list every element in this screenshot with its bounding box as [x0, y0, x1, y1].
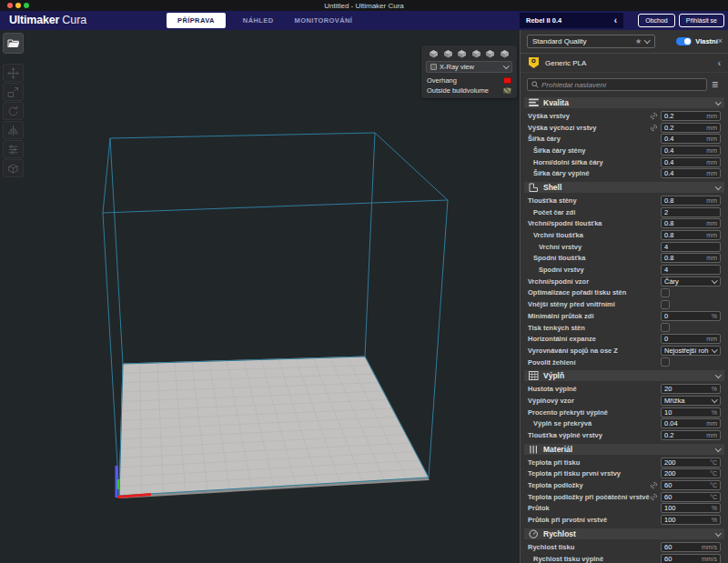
setting-value-field[interactable]: 0.8mm [661, 230, 721, 240]
setting-dropdown[interactable]: Nejostřejší roh [661, 346, 721, 356]
setting-value-field[interactable]: 0.8mm [661, 218, 721, 228]
setting-value-field[interactable]: 0.8mm [661, 253, 721, 263]
setting-value-field[interactable]: 0.2mm [661, 123, 721, 133]
printer-name: Rebel II 0.4 [526, 16, 561, 25]
setting-label: Vnější stěny před vnitřními [521, 300, 661, 308]
adjustment-toolbar [3, 64, 24, 177]
setting-value-field[interactable]: 0mm [661, 334, 721, 344]
view-top-icon[interactable] [457, 49, 467, 58]
setting-value-field[interactable]: 0% [661, 311, 721, 321]
setting-checkbox[interactable] [661, 288, 670, 297]
chevron-down-icon [644, 37, 650, 43]
tab-monitor[interactable]: MONITOROVÁNÍ [291, 16, 357, 25]
tab-preview[interactable]: NÁHLED [239, 16, 278, 25]
close-panel-icon[interactable]: × [718, 37, 723, 45]
setting-dropdown[interactable]: Čáry [661, 276, 721, 287]
signin-button[interactable]: Přihlásit se [679, 14, 724, 27]
setting-row: Horní/dolní šířka čáry0.4mm [521, 156, 728, 168]
setting-value-field[interactable]: 0.2mm [661, 111, 721, 121]
setting-label: Rychlost tisku výplně [521, 555, 661, 563]
setting-value-field[interactable]: 100% [661, 503, 721, 513]
chevron-down-icon [712, 397, 717, 402]
setting-row: Vrchní/spodní tloušťka0.8mm [521, 218, 728, 230]
printer-selector[interactable]: Rebel II 0.4 ‹ [520, 13, 623, 28]
buildvolume-top [103, 133, 448, 213]
setting-value-field[interactable]: 0.4mm [661, 134, 721, 144]
setting-row: Minimální průtok zdi0% [521, 310, 728, 322]
build-plate-3d[interactable] [0, 30, 520, 563]
logo-light: Cura [62, 14, 86, 26]
setting-value-field[interactable]: 0.2mm [661, 430, 721, 440]
setting-checkbox[interactable] [661, 323, 670, 332]
star-icon[interactable]: ★ [635, 38, 642, 45]
search-box[interactable] [527, 78, 707, 91]
rotate-tool[interactable] [3, 102, 24, 120]
setting-value-field[interactable]: 0.4mm [661, 168, 721, 178]
setting-value-field[interactable]: 2 [661, 207, 721, 217]
legend-label: Overhang [427, 76, 503, 85]
setting-value-field[interactable]: 4 [661, 265, 721, 275]
setting-label: Hustota výplně [521, 385, 661, 393]
setting-value-field[interactable]: 60°C [661, 480, 721, 490]
view-left-icon[interactable] [471, 49, 481, 58]
material-selector[interactable]: Generic PLA ‹ [521, 53, 728, 73]
setting-value-field[interactable]: 0.4mm [661, 157, 721, 167]
setting-value-field[interactable]: 60mm/s [661, 542, 721, 552]
mirror-tool[interactable] [3, 121, 24, 139]
section-title: Výplň [543, 371, 564, 380]
settings-filter-icon[interactable]: ≡ [712, 80, 718, 89]
move-tool[interactable] [3, 64, 24, 82]
setting-value-field[interactable]: 200°C [661, 457, 721, 467]
section-header-shell[interactable]: Shell [524, 182, 724, 193]
section-header-material[interactable]: Materiál [524, 444, 724, 455]
app-logo: UltimakerCura [9, 11, 86, 30]
quality-preset-dropdown[interactable]: Standard Quality ★ [527, 35, 655, 48]
setting-value-field[interactable]: 0.8mm [661, 196, 721, 206]
marketplace-button[interactable]: Obchod [638, 14, 675, 27]
setting-label: Procento překrytí výplně [521, 408, 661, 417]
section-header-infill[interactable]: Výplň [524, 370, 724, 381]
view-3d-icon[interactable] [429, 49, 439, 58]
setting-value-field[interactable]: 100% [661, 515, 721, 525]
setting-label: Průtok [521, 504, 661, 512]
search-input[interactable] [541, 81, 703, 89]
print-settings-panel: Standard Quality ★ Vlastní × Generic PLA… [520, 30, 728, 563]
view-right-icon[interactable] [485, 49, 495, 58]
legend-swatch [503, 87, 511, 94]
setting-value-field[interactable]: 4 [661, 242, 721, 252]
app-window: Untitled - Ultimaker Cura UltimakerCura … [0, 0, 728, 563]
view-bottom-icon[interactable] [500, 49, 510, 58]
setting-value-field[interactable]: 60mm/s [661, 554, 721, 563]
setting-checkbox[interactable] [661, 300, 670, 309]
setting-dropdown[interactable]: Mřížka [661, 396, 721, 406]
setting-row: Vrchní vrstvy4 [521, 241, 728, 253]
open-file-button[interactable] [3, 33, 24, 54]
setting-row: Průtok100% [521, 503, 728, 515]
tab-prepare[interactable]: PŘÍPRAVA [167, 13, 226, 28]
section-title: Materiál [543, 445, 572, 454]
setting-row: Průtok při prvotní vrstvě100% [521, 514, 728, 526]
setting-value-field[interactable]: 20% [661, 384, 721, 394]
setting-value-field[interactable]: 60°C [661, 492, 721, 502]
custom-settings-toggle[interactable] [676, 37, 692, 45]
setting-row: Optimalizace pořadí tisku stěn [521, 287, 728, 299]
setting-value-field[interactable]: 200°C [661, 468, 721, 478]
speed-icon [529, 529, 539, 538]
scale-tool[interactable] [3, 83, 24, 101]
setting-value-field[interactable]: 0.04mm [661, 418, 721, 428]
setting-value-field[interactable]: 0.4mm [661, 146, 721, 156]
setting-value-field[interactable]: 10% [661, 407, 721, 417]
per-model-settings-tool[interactable] [3, 140, 24, 158]
setting-label: Povolit žehlení [521, 358, 661, 367]
quality-row: Standard Quality ★ Vlastní × [521, 30, 728, 53]
view-front-icon[interactable] [443, 49, 453, 58]
view-mode-dropdown[interactable]: X-Ray view [426, 61, 512, 73]
setting-label: Šířka čáry [521, 135, 661, 143]
section-header-quality[interactable]: Kvalita [524, 97, 724, 108]
viewport[interactable]: X-Ray view Overhang Outside buildvolume [0, 30, 520, 563]
support-blocker-tool[interactable] [3, 159, 24, 177]
section-header-speed[interactable]: Rychlost [524, 528, 724, 539]
rotate-tool-icon [7, 106, 19, 117]
setting-row: Spodní tloušťka0.8mm [521, 253, 728, 265]
setting-checkbox[interactable] [661, 357, 670, 367]
